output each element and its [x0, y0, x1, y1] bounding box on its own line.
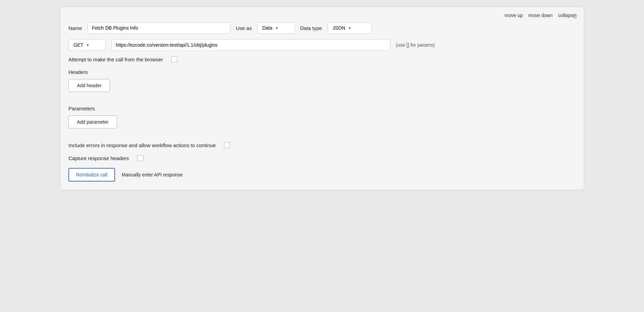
method-arrow-icon: ▼ — [86, 43, 90, 47]
manually-enter-link[interactable]: Manually enter API response — [122, 172, 183, 177]
method-select[interactable]: GET ▼ — [68, 39, 106, 51]
use-as-select[interactable]: Data ▼ — [257, 22, 295, 34]
url-input[interactable] — [111, 39, 390, 51]
name-label: Name — [68, 25, 82, 31]
capture-response-headers-row: Capture response headers — [68, 155, 576, 161]
data-type-value: JSON — [333, 25, 345, 31]
use-as-value: Data — [262, 25, 273, 31]
method-value: GET — [74, 42, 83, 48]
add-header-button[interactable]: Add header — [68, 79, 110, 92]
capture-response-headers-label: Capture response headers — [68, 155, 129, 161]
include-errors-row: Include errors in response and allow wor… — [68, 142, 576, 148]
method-select-wrapper: GET ▼ — [68, 39, 106, 51]
api-call-card: move up move down collapse Name Use as D… — [60, 7, 584, 190]
move-up-button[interactable]: move up — [504, 13, 523, 18]
method-url-row: GET ▼ (use [] for params) — [68, 39, 576, 51]
data-type-label: Data type — [300, 25, 322, 31]
include-errors-label: Include errors in response and allow wor… — [68, 142, 216, 148]
data-type-arrow-icon: ▼ — [348, 26, 351, 30]
data-type-select-wrapper: JSON ▼ — [327, 22, 372, 34]
headers-section: Headers Add header — [68, 69, 576, 99]
capture-response-headers-checkbox[interactable] — [137, 155, 143, 161]
data-type-select[interactable]: JSON ▼ — [327, 22, 372, 34]
delete-button[interactable]: 🗑 — [571, 11, 580, 21]
name-row: Name Use as Data ▼ Data type JSON ▼ — [68, 22, 576, 34]
top-actions-bar: move up move down collapse — [68, 13, 576, 18]
name-input[interactable] — [87, 22, 230, 34]
include-errors-checkbox[interactable] — [224, 142, 230, 148]
move-down-button[interactable]: move down — [528, 13, 553, 18]
use-as-label: Use as — [236, 25, 252, 31]
parameters-section: Parameters Add parameter — [68, 106, 576, 135]
bottom-actions-row: Reinitialize call Manually enter API res… — [68, 168, 576, 182]
parameters-label: Parameters — [68, 106, 576, 111]
use-as-arrow-icon: ▼ — [275, 26, 278, 30]
headers-label: Headers — [68, 69, 576, 75]
browser-call-row: Attempt to make the call from the browse… — [68, 56, 576, 62]
add-parameter-button[interactable]: Add parameter — [68, 115, 117, 128]
use-as-select-wrapper: Data ▼ — [257, 22, 295, 34]
url-hint: (use [] for params) — [396, 42, 435, 48]
browser-call-label: Attempt to make the call from the browse… — [68, 57, 163, 62]
browser-call-checkbox[interactable] — [171, 56, 177, 62]
reinitialize-button[interactable]: Reinitialize call — [68, 168, 115, 182]
